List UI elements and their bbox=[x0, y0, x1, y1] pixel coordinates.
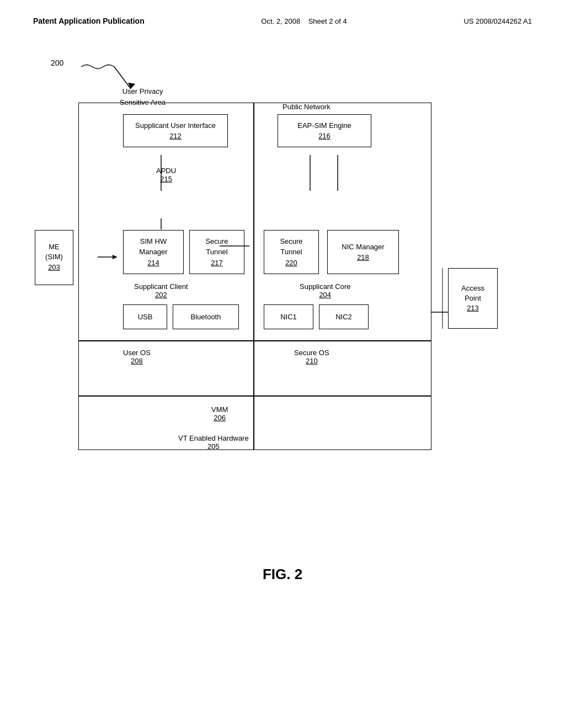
me-sim-box: ME (SIM) 203 bbox=[35, 230, 73, 285]
secure-os-number: 210 bbox=[306, 357, 318, 365]
vt-hw-area: VT Enabled Hardware 205 bbox=[178, 434, 249, 451]
user-os-number: 208 bbox=[131, 357, 143, 365]
usb-box: USB bbox=[123, 304, 167, 329]
nic-manager-box: NIC Manager 218 bbox=[327, 230, 399, 274]
figure-caption: FIG. 2 bbox=[33, 566, 532, 583]
page: Patent Application Publication Oct. 2, 2… bbox=[0, 0, 565, 728]
diagram: 200 User PrivacySensitive Area bbox=[45, 58, 520, 555]
patent-number: US 2008/0244262 A1 bbox=[463, 17, 532, 25]
date-label: Oct. 2, 2008 Sheet 2 of 4 bbox=[261, 17, 347, 25]
secure-tunnel-220-label: Secure Tunnel bbox=[280, 236, 302, 258]
nic-manager-label: NIC Manager bbox=[342, 242, 384, 253]
horiz-divider-vmm bbox=[79, 395, 431, 397]
nic2-label: NIC2 bbox=[335, 312, 352, 323]
usb-label: USB bbox=[138, 312, 153, 323]
horiz-divider-os bbox=[79, 340, 431, 341]
secure-tunnel-220-box: Secure Tunnel 220 bbox=[264, 230, 319, 274]
supplicant-client-label: Supplicant Client bbox=[134, 282, 188, 291]
eap-sim-label: EAP-SIM Engine bbox=[297, 120, 351, 131]
secure-tunnel-217-number: 217 bbox=[211, 258, 223, 269]
secure-tunnel-220-number: 220 bbox=[285, 258, 297, 269]
supplicant-core-label: Supplicant Core bbox=[300, 282, 351, 291]
eap-sim-number: 216 bbox=[318, 131, 331, 142]
user-os-label: User OS bbox=[123, 349, 151, 357]
me-sim-number: 203 bbox=[48, 262, 60, 273]
secure-tunnel-217-label: Secure Tunnel bbox=[205, 236, 228, 258]
secure-os-area: Secure OS 210 bbox=[294, 349, 329, 365]
header: Patent Application Publication Oct. 2, 2… bbox=[33, 17, 532, 25]
apdu-label-area: APDU 215 bbox=[156, 167, 176, 183]
vt-hw-number: 205 bbox=[207, 442, 220, 451]
sim-hw-box: SIM HW Manager 214 bbox=[123, 230, 184, 274]
apdu-number: 215 bbox=[160, 175, 172, 183]
vmm-number: 206 bbox=[214, 414, 226, 422]
diagram-number: 200 bbox=[51, 58, 63, 67]
access-point-label: Access Point bbox=[461, 283, 484, 303]
nic2-box: NIC2 bbox=[319, 304, 369, 329]
me-sim-label: ME (SIM) bbox=[45, 242, 63, 262]
secure-os-label: Secure OS bbox=[294, 349, 329, 357]
svg-line-0 bbox=[114, 67, 131, 89]
secure-tunnel-217-box: Secure Tunnel 217 bbox=[189, 230, 244, 274]
bluetooth-box: Bluetooth bbox=[173, 304, 239, 329]
supplicant-ui-label: Supplicant User Interface bbox=[135, 120, 216, 131]
supplicant-ui-number: 212 bbox=[169, 131, 182, 142]
nic1-label: NIC1 bbox=[280, 312, 297, 323]
nic-manager-number: 218 bbox=[357, 252, 369, 263]
bluetooth-label: Bluetooth bbox=[191, 312, 221, 323]
nic1-box: NIC1 bbox=[264, 304, 313, 329]
sim-hw-label: SIM HW Manager bbox=[139, 236, 167, 258]
publication-label: Patent Application Publication bbox=[33, 17, 145, 25]
user-os-area: User OS 208 bbox=[123, 349, 151, 365]
supplicant-core-area: Supplicant Core 204 bbox=[300, 282, 351, 299]
supplicant-client-number: 202 bbox=[155, 291, 167, 299]
vt-hw-label: VT Enabled Hardware bbox=[178, 434, 249, 442]
vmm-area: VMM 206 bbox=[211, 405, 228, 422]
vmm-label: VMM bbox=[211, 405, 228, 414]
supplicant-core-number: 204 bbox=[319, 291, 331, 299]
access-point-box: Access Point 213 bbox=[448, 268, 498, 329]
eap-sim-box: EAP-SIM Engine 216 bbox=[278, 114, 371, 147]
supplicant-client-area: Supplicant Client 202 bbox=[134, 282, 188, 299]
access-point-number: 213 bbox=[467, 303, 479, 313]
outer-box: Supplicant User Interface 212 EAP-SIM En… bbox=[78, 103, 431, 450]
sim-hw-number: 214 bbox=[147, 258, 159, 269]
apdu-label: APDU bbox=[156, 167, 176, 175]
supplicant-ui-box: Supplicant User Interface 212 bbox=[123, 114, 228, 147]
vertical-divider bbox=[253, 103, 254, 449]
